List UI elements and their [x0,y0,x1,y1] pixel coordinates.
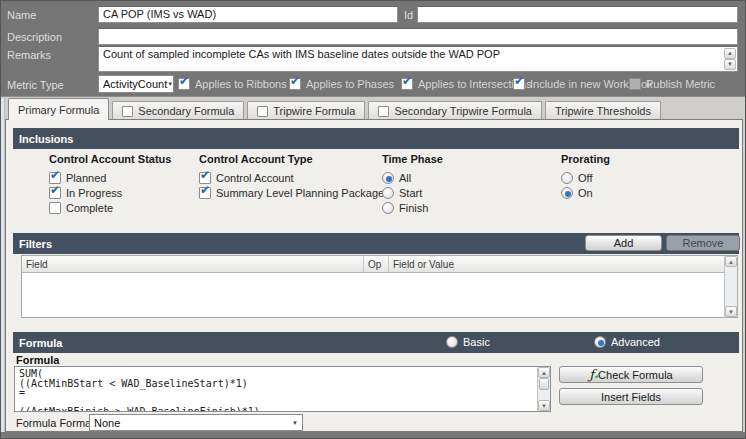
tab-secondary-tripwire-formula[interactable]: ✔ Secondary Tripwire Formula [368,101,542,120]
inclusions-title: Inclusions [19,133,73,145]
time-phase-all-radio[interactable]: All [382,170,443,185]
scroll-up-icon[interactable]: ▲ [725,256,737,267]
radio[interactable] [382,202,394,214]
remarks-label: Remarks [7,49,51,61]
tab-label: Primary Formula [18,104,99,116]
radio[interactable] [561,187,573,199]
description-label: Description [7,31,62,43]
checkbox[interactable]: ✔ [49,187,61,199]
metric-type-label: Metric Type [7,79,64,91]
time-phase-finish-radio[interactable]: Finish [382,200,443,215]
chevron-down-icon: ▼ [167,76,173,92]
remarks-scrollbar[interactable]: ▲ ▼ [724,48,736,70]
in-progress-checkbox[interactable]: ✔ In Progress [49,185,171,200]
tab-primary-formula[interactable]: Primary Formula [8,98,109,120]
tab-checkbox[interactable]: ✔ [257,106,268,117]
description-input[interactable] [98,28,738,45]
metric-editor-window: Name CA POP (IMS vs WAD) Id Description … [0,0,746,439]
complete-checkbox[interactable]: ✔ Complete [49,200,171,215]
radio[interactable] [594,336,606,348]
column-header-field-or-value: Field or Value [389,256,724,272]
control-account-status-group: Control Account Status ✔ Planned ✔ In Pr… [49,153,171,215]
tab-tripwire-formula[interactable]: ✔ Tripwire Formula [247,101,365,120]
header-band: Name CA POP (IMS vs WAD) Id Description … [1,1,746,97]
filters-table[interactable]: Field Op Field or Value ▲ ▼ [21,255,738,318]
prorating-group: Prorating Off On [561,153,610,200]
tab-checkbox[interactable]: ✔ [122,106,133,117]
formula-format-dropdown[interactable]: None ▼ [89,414,303,431]
checkbox[interactable]: ✔ [49,202,61,214]
scroll-up-icon[interactable]: ▲ [538,367,550,378]
scroll-down-icon[interactable]: ▼ [725,306,737,317]
group-title: Control Account Status [49,153,171,165]
radio[interactable] [382,187,394,199]
summary-level-planning-package-checkbox[interactable]: ✔ Summary Level Planning Package [199,185,384,200]
applies-to-phases-checkbox[interactable]: ✔ Applies to Phases [289,78,394,90]
radio[interactable] [561,172,573,184]
tab-label: Secondary Formula [138,105,234,117]
check-icon: ✔ [402,75,412,87]
checkbox[interactable]: ✔ [289,78,301,90]
formula-editor-label: Formula [16,354,59,366]
metric-type-value: ActivityCount [103,78,167,90]
formula-editor[interactable]: SUM( ((ActMinBStart < WAD_BaselineStart)… [14,366,551,412]
name-label: Name [7,9,36,21]
time-phase-start-radio[interactable]: Start [382,185,443,200]
scroll-down-icon[interactable]: ▼ [724,59,736,70]
radio[interactable] [446,336,458,348]
fx-check-icon: ƒ✔ [589,370,594,380]
tab-label: Tripwire Thresholds [555,105,651,117]
formula-format-label: Formula Format [16,417,94,429]
prorating-on-radio[interactable]: On [561,185,610,200]
check-formula-button[interactable]: ƒ✔ Check Formula [559,366,703,383]
check-icon: ✔ [50,169,60,181]
publish-metric-checkbox[interactable]: ✔ Publish Metric [629,78,715,90]
metric-type-dropdown[interactable]: ActivityCount ▼ [98,75,174,93]
applies-to-ribbons-checkbox[interactable]: ✔ Applies to Ribbons [178,78,287,90]
formula-text: SUM( ((ActMinBStart < WAD_BaselineStart)… [15,367,550,412]
name-input[interactable]: CA POP (IMS vs WAD) [98,6,398,23]
tab-checkbox[interactable]: ✔ [378,106,389,117]
scrollbar-thumb[interactable] [539,378,549,390]
scroll-down-icon[interactable]: ▼ [538,400,550,411]
formula-title: Formula [19,337,62,349]
check-icon: ✔ [50,184,60,196]
chevron-down-icon: ▼ [288,415,302,430]
checkbox[interactable]: ✔ [178,78,190,90]
radio-dot-icon [598,340,604,346]
insert-fields-label: Insert Fields [601,391,661,403]
checkbox[interactable]: ✔ [513,78,525,90]
radio[interactable] [382,172,394,184]
column-header-op: Op [364,256,389,272]
radio-dot-icon [386,176,392,182]
checkbox[interactable]: ✔ [199,172,211,184]
check-icon: ✔ [514,75,524,87]
window-bottom-edge [1,432,746,439]
id-label: Id [404,9,413,21]
checkbox[interactable]: ✔ [401,78,413,90]
control-account-checkbox[interactable]: ✔ Control Account [199,170,384,185]
group-title: Prorating [561,153,610,165]
formula-editor-scrollbar[interactable]: ▲ ▼ [537,367,550,411]
check-formula-label: Check Formula [598,369,673,381]
checkbox[interactable]: ✔ [199,187,211,199]
planned-checkbox[interactable]: ✔ Planned [49,170,171,185]
filters-table-scrollbar[interactable]: ▲ ▼ [724,256,737,317]
checkbox[interactable]: ✔ [49,172,61,184]
primary-formula-page: Inclusions Control Account Status ✔ Plan… [5,119,743,432]
remarks-text: Count of sampled incomplete CAs with IMS… [103,48,500,60]
id-input[interactable] [417,6,738,23]
group-title: Time Phase [382,153,443,165]
prorating-off-radio[interactable]: Off [561,170,610,185]
check-icon: ✔ [200,184,210,196]
add-filter-button[interactable]: Add [585,235,662,251]
remarks-input[interactable]: Count of sampled incomplete CAs with IMS… [98,46,738,72]
tab-secondary-formula[interactable]: ✔ Secondary Formula [112,101,244,120]
remove-filter-button[interactable]: Remove [666,235,740,251]
insert-fields-button[interactable]: Insert Fields [559,388,703,405]
tab-tripwire-thresholds[interactable]: Tripwire Thresholds [545,101,661,120]
checkbox[interactable]: ✔ [629,78,641,90]
checkbox-label: Applies to Ribbons [195,78,287,90]
advanced-mode-radio[interactable]: Advanced [594,336,660,348]
basic-mode-radio[interactable]: Basic [446,336,490,348]
